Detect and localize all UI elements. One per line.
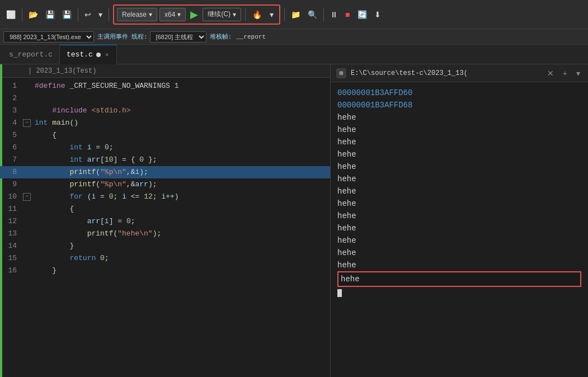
code-line-15: 15 return 0; <box>0 252 330 265</box>
tab-test-c-label: test.c <box>67 50 93 59</box>
code-line-14: 14 } <box>0 240 330 252</box>
arch-dropdown[interactable]: x64 ▾ <box>159 8 186 21</box>
line-ind-16 <box>22 265 32 277</box>
pause-btn[interactable]: ⏸ <box>327 7 341 22</box>
folder-browse-btn[interactable]: 📁 <box>288 7 303 22</box>
line-ind-12 <box>22 215 32 228</box>
divider-3 <box>109 8 109 21</box>
output-title: E:\C\source\test-c\2023_1_13( <box>351 69 540 77</box>
stack-item: 堆栈帧: __report <box>210 32 266 41</box>
debug-bar: 988] 2023_1_13(Test).exe 主调用事件 线程: [6820… <box>0 29 588 45</box>
fire-chevron[interactable]: ▾ <box>267 7 276 22</box>
code-line-13: 13 printf("hehe\n"); <box>0 228 330 240</box>
event-item: 主调用事件 <box>97 32 128 41</box>
line-ind-9 <box>22 178 32 191</box>
line-ind-3 <box>22 105 32 117</box>
config-chevron: ▾ <box>149 11 152 18</box>
line-ind-14 <box>22 240 32 252</box>
stop-btn[interactable]: ■ <box>342 7 352 22</box>
line-num-8: 8 <box>0 166 22 178</box>
line-num-2: 2 <box>0 92 22 105</box>
collapse-for[interactable]: − <box>23 193 31 201</box>
process-dropdown[interactable]: 988] 2023_1_13(Test).exe <box>3 31 94 43</box>
nav-tools: 📁 🔍 ⏸ ■ 🔄 ⬇ <box>283 7 383 22</box>
line-num-13: 13 <box>0 228 22 240</box>
code-line-4: 4 − int main() <box>0 117 330 129</box>
undo-btn[interactable]: ↩ <box>82 7 94 22</box>
process-item: 988] 2023_1_13(Test).exe <box>3 31 94 43</box>
output-line-9: hehe <box>337 210 581 222</box>
divider-5 <box>284 8 285 21</box>
divider-6 <box>323 8 324 21</box>
play-btn[interactable]: ▶ <box>188 8 200 21</box>
inspect-btn[interactable]: 🔍 <box>305 7 320 22</box>
output-line-13: hehe <box>337 259 581 271</box>
close-output-btn[interactable]: ✕ <box>545 68 556 79</box>
output-line-10: hehe <box>337 222 581 234</box>
code-line-11: 11 { <box>0 203 330 215</box>
tab-close-btn[interactable]: ✕ <box>104 50 110 59</box>
line-ind-11 <box>22 203 32 215</box>
line-ind-6 <box>22 142 32 154</box>
tab-test-c[interactable]: test.c ✕ <box>60 45 117 64</box>
output-line-4: hehe <box>337 148 581 161</box>
save-btn[interactable]: 💾 <box>43 7 58 22</box>
more-output-btn[interactable]: ▾ <box>574 68 582 79</box>
line-ind-1 <box>22 80 32 92</box>
code-line-3: 3 #include <stdio.h> <box>0 105 330 117</box>
line-ind-10: − <box>22 191 32 203</box>
fire-btn[interactable]: 🔥 <box>250 7 265 22</box>
collapse-main[interactable]: − <box>23 119 31 127</box>
line-ind-2 <box>22 92 32 105</box>
line-num-5: 5 <box>0 129 22 142</box>
divider-4 <box>245 8 246 21</box>
line-ind-13 <box>22 228 32 240</box>
line-content-7: int arr[10] = { 0 }; <box>32 154 330 166</box>
config-dropdown[interactable]: Release ▾ <box>117 8 157 21</box>
code-line-8: 8 printf("%p\n",&i); <box>0 166 330 178</box>
open-btn[interactable]: 📂 <box>26 7 41 22</box>
code-line-1: 1 #define _CRT_SECURE_NO_WARNINGS 1 <box>0 80 330 92</box>
line-num-9: 9 <box>0 178 22 191</box>
continue-label: 继续(C) <box>208 10 231 19</box>
editor-breadcrumb: | 2023_1_13(Test) <box>0 64 330 78</box>
output-line-last: hehe <box>337 271 581 287</box>
add-output-btn[interactable]: + <box>561 68 570 79</box>
file-tools: ⬜ 📂 💾 💾 ↩ ▾ <box>3 7 111 22</box>
output-header: ⊞ E:\C\source\test-c\2023_1_13( ✕ + ▾ <box>331 64 588 82</box>
line-ind-15 <box>22 252 32 265</box>
output-cursor-line <box>337 287 581 293</box>
tab-modified-indicator <box>96 53 101 57</box>
stack-label: 堆栈帧: <box>210 32 232 41</box>
line-content-2 <box>32 92 330 105</box>
output-content[interactable]: 00000001B3AFFD60 00000001B3AFFD68 hehe h… <box>331 82 588 377</box>
event-label: 主调用事件 <box>97 32 128 41</box>
restart-btn[interactable]: 🔄 <box>355 7 370 22</box>
output-line-addr2: 00000001B3AFFD68 <box>337 99 581 111</box>
build-config-group: Release ▾ x64 ▾ ▶ 继续(C) ▾ 🔥 ▾ <box>113 4 280 25</box>
thread-dropdown[interactable]: [6820] 主线程 <box>150 31 206 43</box>
line-content-3: #include <stdio.h> <box>32 105 330 117</box>
output-line-2: hehe <box>337 124 581 136</box>
line-content-9: printf("%p\n",&arr); <box>32 178 330 191</box>
output-line-11: hehe <box>337 234 581 247</box>
code-line-6: 6 int i = 0; <box>0 142 330 154</box>
continue-btn[interactable]: 继续(C) ▾ <box>203 8 241 21</box>
main-content: | 2023_1_13(Test) 1 #define _CRT_SECURE_… <box>0 64 588 377</box>
step-over-btn[interactable]: ⬇ <box>371 7 384 22</box>
tab-s-report[interactable]: s_report.c <box>2 45 60 64</box>
output-line-12: hehe <box>337 247 581 259</box>
divider-2 <box>78 8 78 21</box>
window-icon-btn[interactable]: ⬜ <box>3 7 18 22</box>
output-line-6: hehe <box>337 173 581 185</box>
stack-value: __report <box>236 34 266 40</box>
arch-chevron: ▾ <box>177 11 181 18</box>
line-content-5: { <box>32 129 330 142</box>
line-content-12: arr[i] = 0; <box>32 215 330 228</box>
save-all-btn[interactable]: 💾 <box>59 7 74 22</box>
line-content-10: for (i = 0; i <= 12; i++) <box>32 191 330 203</box>
toolbar: ⬜ 📂 💾 💾 ↩ ▾ Release ▾ x64 ▾ ▶ 继续(C) ▾ 🔥 … <box>0 0 588 29</box>
undo-arrow[interactable]: ▾ <box>96 7 105 22</box>
line-content-15: return 0; <box>32 252 330 265</box>
line-ind-5 <box>22 129 32 142</box>
